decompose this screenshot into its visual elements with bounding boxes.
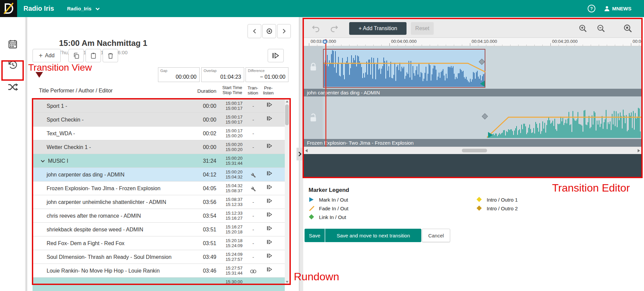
prelisten-button[interactable] (263, 253, 276, 260)
zoom-selection-button[interactable] (623, 24, 633, 33)
row-transition-cell (244, 278, 263, 291)
rundown-row[interactable]: Wetter Checkin 1 -00:0015:00:2015:00:20- (33, 140, 285, 154)
track2-waveform[interactable] (487, 101, 641, 138)
prelisten-button[interactable] (263, 239, 276, 246)
scroll-right-arrow[interactable] (638, 149, 640, 152)
cancel-button[interactable]: Cancel (422, 229, 450, 242)
current-hour-button[interactable] (262, 24, 276, 38)
rundown-row[interactable]: Soul DImension- Thrash an Ready - Soul D… (33, 250, 285, 264)
row-start-stop: 15:30:00 (214, 279, 243, 284)
rundown-row[interactable]: Sport 1 -00:0015:00:1715:00:17- (33, 99, 285, 113)
playhead-line[interactable] (325, 39, 326, 147)
prelisten-button[interactable] (263, 198, 276, 205)
timeline-track-1: john carpenter das ding - ADMIN (304, 46, 642, 96)
rundown-row[interactable]: john carpenter das ding - ADMIN04:1215:0… (33, 168, 285, 181)
rundown-row[interactable]: Red Fox- Dem a Fight - Red Fox03:5115:20… (33, 236, 285, 250)
prelisten-button[interactable] (263, 267, 276, 273)
zoom-in-button[interactable] (578, 24, 588, 33)
rundown-row[interactable]: john carpenter unheimliche shattenlichte… (33, 195, 285, 209)
rundown-row[interactable]: Sport Checkin -00:0015:00:1715:00:17- (33, 113, 285, 127)
gap-label: Gap (160, 69, 167, 73)
sidebar-item-schedule[interactable] (0, 35, 25, 54)
paste-button[interactable] (86, 49, 101, 62)
transition-wrench-icon[interactable] (251, 187, 256, 192)
target-icon (266, 28, 272, 34)
scroll-down-arrow[interactable] (285, 280, 289, 284)
scroll-up-arrow[interactable] (285, 99, 289, 104)
delete-button[interactable] (103, 49, 118, 62)
user-menu[interactable]: MNEWS (604, 0, 632, 17)
rundown-row[interactable]: chris reeves after the romance - ADMIN03… (33, 209, 285, 223)
row-title: Soul DImension- Thrash an Ready - Soul D… (47, 250, 171, 264)
next-hour-button[interactable] (277, 24, 291, 38)
timeline-ruler[interactable]: 00:03:50.00000:04:00.00000:04:10.00000:0… (304, 38, 642, 46)
row-duration: 00:00 (190, 99, 216, 113)
rundown-row[interactable]: Text_WDA -00:0215:00:1715:00:20- (33, 127, 285, 140)
copy-button[interactable] (68, 49, 84, 62)
prelisten-rundown-button[interactable] (268, 49, 284, 62)
row-transition-cell[interactable] (244, 264, 263, 278)
row-duration: 03:51 (190, 236, 216, 250)
mark-in-marker[interactable] (488, 132, 493, 138)
row-start-stop: 15:24:0915:27:57 (214, 252, 243, 262)
legend-item: Fade In / Out (309, 205, 348, 212)
user-icon (604, 5, 610, 12)
sidebar-item-replan[interactable] (0, 56, 25, 74)
transition-wrench-icon[interactable] (251, 173, 256, 178)
save-and-next-button[interactable]: Save and move to next transition (325, 229, 421, 242)
annotation-rundown: Rundown (294, 271, 339, 283)
prelisten-button[interactable] (263, 143, 276, 150)
app-logo-icon (0, 0, 17, 17)
lock-open-icon[interactable] (309, 113, 318, 123)
chevron-right-icon (298, 151, 302, 157)
row-transition-cell[interactable] (244, 168, 263, 181)
legend-label: Fade In / Out (319, 206, 348, 211)
prelisten-button[interactable] (263, 185, 276, 191)
prelisten-button[interactable] (263, 171, 276, 177)
mark-out-marker[interactable] (480, 81, 485, 87)
scrollbar-thumb[interactable] (285, 104, 289, 125)
timeline-scrollbar[interactable] (304, 147, 642, 154)
add-transition-button[interactable]: + Add Transition (349, 22, 407, 35)
prelisten-button[interactable] (263, 102, 276, 108)
rundown-row[interactable]: shriekback despite dense weed - ADMIN03:… (33, 223, 285, 236)
rundown-scrollbar[interactable] (285, 99, 289, 284)
prelisten-icon (267, 143, 272, 148)
row-transition-cell: - (244, 250, 263, 264)
rundown-row[interactable]: 15:30:00 (33, 278, 285, 291)
group-expand-icon[interactable] (41, 160, 45, 163)
station-selector[interactable]: Radio_Iris (67, 0, 100, 17)
playhead-handle[interactable] (323, 40, 327, 44)
legend-label: Intro / Outro 2 (487, 206, 518, 211)
row-transition-cell[interactable] (244, 181, 263, 195)
rundown-row[interactable]: Louie Rankin- No Move Hip Hop - Louie Ra… (33, 264, 285, 278)
add-item-button[interactable]: + Add (33, 49, 61, 62)
rundown-row[interactable]: MUSIC I31:2415:00:2015:31:44 (33, 154, 285, 168)
undo-button[interactable] (311, 24, 321, 33)
prelisten-button[interactable] (263, 212, 276, 218)
scroll-left-arrow[interactable] (305, 149, 308, 152)
redo-button[interactable] (329, 24, 339, 33)
lock-closed-icon[interactable] (309, 62, 318, 72)
prelisten-button[interactable] (263, 226, 276, 232)
overlap-field[interactable]: Overlap 01:04:23 (201, 67, 244, 82)
annotation-transition-editor: Transition Editor (552, 182, 630, 194)
prelisten-icon (272, 53, 279, 59)
previous-hour-button[interactable] (248, 24, 261, 38)
gap-field[interactable]: Gap 00:00:00 (158, 67, 200, 82)
row-title: john carpenter das ding - ADMIN (47, 168, 124, 181)
row-start-stop: 15:16:2715:20:18 (214, 224, 243, 234)
row-title: Sport 1 - (47, 99, 67, 113)
sidebar (0, 17, 25, 291)
save-button[interactable]: Save (305, 229, 325, 242)
sidebar-item-transition-view[interactable] (0, 78, 25, 96)
difference-field[interactable]: Difference − 01:00:00 (246, 67, 288, 82)
reset-button[interactable]: Reset (411, 22, 434, 35)
track1-audio-clip[interactable] (323, 49, 485, 88)
timeline-scrollbar-thumb[interactable] (462, 149, 487, 152)
prelisten-button[interactable] (263, 116, 276, 122)
help-button[interactable]: ? (588, 5, 595, 12)
panel-collapse-handle[interactable] (297, 148, 303, 160)
rundown-row[interactable]: Frozen Explosion- Two JIma - Frozen Expl… (33, 181, 285, 195)
transition-link-icon[interactable] (250, 269, 257, 274)
